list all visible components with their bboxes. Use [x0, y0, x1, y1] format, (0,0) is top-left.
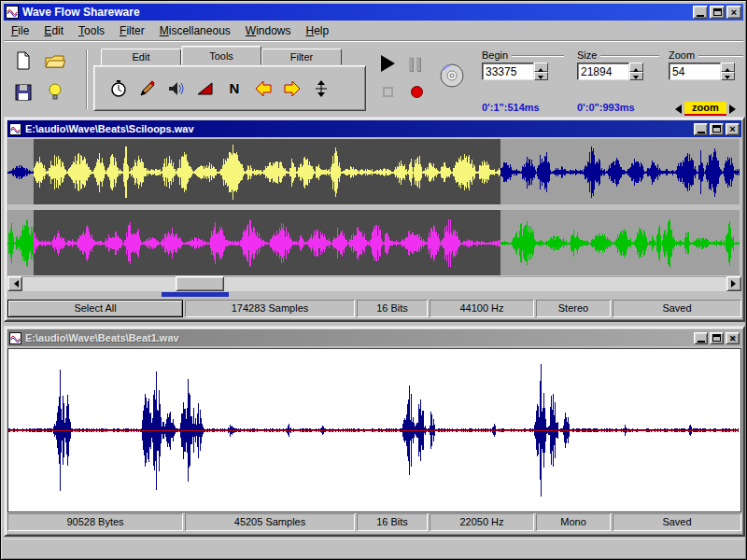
- close-button[interactable]: ×: [726, 6, 741, 19]
- pencil-tool-button[interactable]: [136, 77, 159, 101]
- normalize-tool-button[interactable]: N: [223, 77, 246, 101]
- close-icon: ×: [731, 7, 737, 18]
- scroll-left-button[interactable]: [7, 276, 22, 291]
- minimize-button[interactable]: [693, 6, 708, 19]
- speaker-tool-button[interactable]: [165, 77, 188, 101]
- menu-edit[interactable]: Edit: [36, 22, 71, 39]
- tools-panel: N: [93, 65, 366, 111]
- begin-label: Begin: [482, 49, 508, 61]
- zoom-label: Zoom: [669, 49, 695, 61]
- new-file-icon: [15, 51, 32, 70]
- close-button[interactable]: ×: [726, 332, 740, 344]
- bytes-cell: 90528 Bytes: [7, 513, 183, 531]
- begin-input[interactable]: [482, 63, 534, 80]
- minimize-icon: [697, 15, 704, 17]
- menu-tools[interactable]: Tools: [71, 22, 112, 39]
- samplerate-cell: 44100 Hz: [430, 300, 534, 317]
- scroll-right-button[interactable]: [726, 276, 741, 291]
- svg-text:N: N: [230, 80, 240, 96]
- toolbar-separator: [86, 49, 88, 109]
- shift-right-tool-button[interactable]: [281, 77, 303, 101]
- menu-filter[interactable]: Filter: [112, 22, 152, 39]
- menubar: File Edit Tools Filter Miscellaneous Win…: [4, 21, 743, 41]
- saved-cell: Saved: [613, 513, 741, 531]
- menu-help[interactable]: Help: [299, 22, 337, 39]
- mono-waveform-display[interactable]: [7, 348, 741, 512]
- shift-left-tool-button[interactable]: [252, 77, 275, 101]
- pause-icon: [409, 57, 413, 71]
- maximize-button[interactable]: [710, 123, 724, 135]
- child1-titlebar[interactable]: E:\audio\Wave\Beats\Sciloops.wav ×: [7, 120, 741, 137]
- toolbar: Edit Tools Filter: [4, 42, 743, 117]
- cd-player-button[interactable]: [439, 63, 465, 92]
- menu-miscellaneous[interactable]: Miscellaneous: [152, 22, 238, 39]
- pause-button[interactable]: [409, 57, 420, 71]
- record-button[interactable]: [411, 86, 423, 98]
- app-titlebar[interactable]: Wave Flow Shareware ×: [4, 4, 743, 21]
- zoom-spinner: [721, 63, 735, 80]
- menu-windows[interactable]: Windows: [238, 22, 299, 39]
- amplitude-tool-button[interactable]: [310, 77, 332, 101]
- spinner-down-button[interactable]: [534, 72, 548, 81]
- spinner-up-button[interactable]: [721, 63, 735, 72]
- stereo-waveform-display[interactable]: [7, 139, 741, 275]
- stopwatch-tool-button[interactable]: [107, 77, 130, 101]
- zoom-right-arrow-icon: [729, 105, 740, 114]
- spinner-down-button[interactable]: [721, 72, 735, 81]
- wave-window-beat1: E:\audio\Wave\Beats\Beat1.wav × 90528 By…: [4, 326, 745, 537]
- normalize-icon: N: [225, 79, 244, 98]
- wave-window-sciloops: E:\audio\Wave\Beats\Sciloops.wav × Selec…: [4, 117, 745, 322]
- zoom-input[interactable]: [669, 63, 721, 80]
- size-field-group: Size 0':0":993ms: [577, 49, 659, 80]
- menu-file[interactable]: File: [4, 22, 36, 39]
- scroll-left-icon: [10, 280, 19, 287]
- selection-indicator: [162, 292, 229, 297]
- stopwatch-icon: [109, 79, 128, 98]
- maximize-button[interactable]: [710, 332, 724, 344]
- play-button[interactable]: [381, 55, 395, 72]
- tips-button[interactable]: [43, 81, 67, 104]
- spinner-down-button[interactable]: [629, 72, 643, 81]
- child2-titlebar[interactable]: E:\audio\Wave\Beats\Beat1.wav ×: [7, 329, 741, 346]
- scrollbar-thumb[interactable]: [176, 276, 224, 291]
- samples-cell: 174283 Samples: [185, 300, 355, 317]
- stop-button[interactable]: [383, 87, 393, 97]
- child2-statusbar: 90528 Bytes 45205 Samples 16 Bits 22050 …: [7, 513, 741, 531]
- minimize-button[interactable]: [694, 332, 708, 344]
- spinner-up-button[interactable]: [629, 63, 643, 72]
- size-input[interactable]: [577, 63, 629, 80]
- wave-file-icon[interactable]: [9, 123, 21, 135]
- saved-cell: Saved: [613, 300, 741, 317]
- fade-tool-button[interactable]: [194, 77, 217, 101]
- tab-tools[interactable]: Tools: [181, 46, 261, 65]
- lightbulb-icon: [48, 83, 63, 102]
- minimize-button[interactable]: [694, 123, 708, 135]
- pencil-icon: [138, 79, 157, 98]
- app-icon[interactable]: [6, 6, 19, 19]
- maximize-button[interactable]: [710, 6, 725, 19]
- child2-title: E:\audio\Wave\Beats\Beat1.wav: [25, 332, 690, 343]
- new-file-button[interactable]: [11, 49, 35, 72]
- zoom-field-group: Zoom zoom: [669, 49, 743, 80]
- wave-file-icon[interactable]: [9, 332, 21, 344]
- samplerate-cell: 22050 Hz: [430, 513, 534, 531]
- save-icon: [15, 84, 32, 101]
- close-icon: ×: [729, 124, 735, 134]
- arrow-left-icon: [254, 79, 273, 98]
- amplitude-icon: [312, 79, 331, 98]
- save-button[interactable]: [11, 81, 35, 104]
- open-file-button[interactable]: [43, 49, 67, 72]
- arrow-right-icon: [283, 79, 302, 98]
- begin-time-label: 0':1":514ms: [482, 102, 540, 113]
- spinner-up-button[interactable]: [534, 63, 548, 72]
- tool-tab-control: Edit Tools Filter: [93, 46, 366, 111]
- maximize-icon: [713, 8, 722, 16]
- channels-cell: Stereo: [536, 300, 611, 317]
- tab-filter[interactable]: Filter: [261, 49, 342, 65]
- close-button[interactable]: ×: [726, 123, 740, 135]
- size-spinner: [629, 63, 643, 80]
- begin-field-group: Begin 0':1":514ms: [482, 49, 564, 80]
- tab-edit[interactable]: Edit: [101, 49, 181, 65]
- select-all-button[interactable]: Select All: [7, 300, 183, 317]
- horizontal-scrollbar[interactable]: [7, 276, 741, 291]
